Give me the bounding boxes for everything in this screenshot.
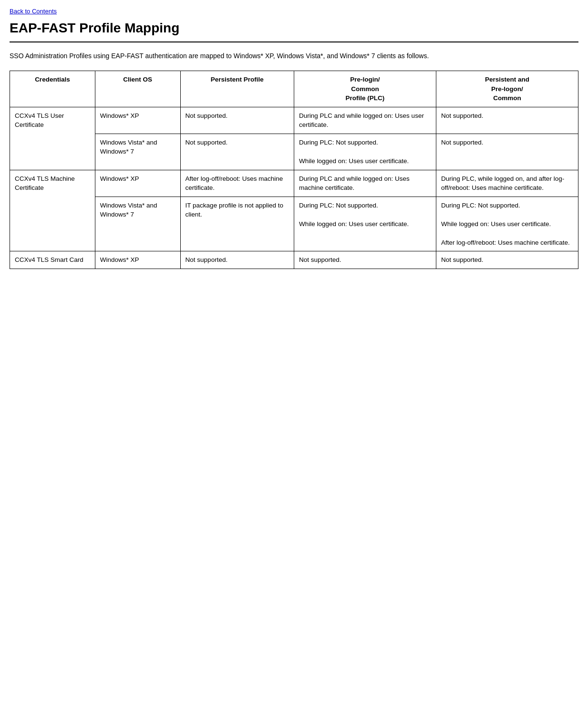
- cell-client-os: Windows* XP: [95, 251, 180, 269]
- cell-persistent-prelogon: Not supported.: [436, 251, 578, 269]
- header-persistent-profile: Persistent Profile: [180, 71, 294, 107]
- table-row: Windows Vista* and Windows* 7IT package …: [10, 197, 578, 251]
- table-row: CCXv4 TLS Smart CardWindows* XPNot suppo…: [10, 251, 578, 269]
- cell-prelogin-plc: Not supported.: [294, 251, 436, 269]
- cell-prelogin-plc: During PLC: Not supported.While logged o…: [294, 197, 436, 251]
- header-client-os: Client OS: [95, 71, 180, 107]
- cell-persistent-profile: IT package profile is not applied to cli…: [180, 197, 294, 251]
- cell-credentials: CCXv4 TLS Smart Card: [10, 251, 95, 269]
- profile-mapping-table: Credentials Client OS Persistent Profile…: [10, 71, 578, 269]
- table-row: CCXv4 TLS Machine CertificateWindows* XP…: [10, 170, 578, 197]
- header-persistent-prelogon: Persistent andPre-logon/Common: [436, 71, 578, 107]
- header-prelogin-plc: Pre-login/CommonProfile (PLC): [294, 71, 436, 107]
- cell-client-os: Windows Vista* and Windows* 7: [95, 134, 180, 170]
- cell-persistent-profile: Not supported.: [180, 107, 294, 134]
- table-header-row: Credentials Client OS Persistent Profile…: [10, 71, 578, 107]
- intro-text: SSO Administration Profiles using EAP-FA…: [10, 51, 578, 61]
- header-credentials: Credentials: [10, 71, 95, 107]
- table-row: Windows Vista* and Windows* 7Not support…: [10, 134, 578, 170]
- cell-persistent-profile: After log-off/reboot: Uses machine certi…: [180, 170, 294, 197]
- cell-prelogin-plc: During PLC and while logged on: Uses mac…: [294, 170, 436, 197]
- cell-credentials: CCXv4 TLS Machine Certificate: [10, 170, 95, 251]
- cell-persistent-prelogon: Not supported.: [436, 134, 578, 170]
- table-row: CCXv4 TLS User CertificateWindows* XPNot…: [10, 107, 578, 134]
- cell-prelogin-plc: During PLC and while logged on: Uses use…: [294, 107, 436, 134]
- cell-client-os: Windows* XP: [95, 107, 180, 134]
- title-divider: [10, 41, 578, 42]
- back-to-contents-link[interactable]: Back to Contents: [10, 8, 578, 15]
- cell-persistent-prelogon: During PLC, while logged on, and after l…: [436, 170, 578, 197]
- cell-persistent-profile: Not supported.: [180, 134, 294, 170]
- cell-persistent-prelogon: During PLC: Not supported.While logged o…: [436, 197, 578, 251]
- page-title: EAP-FAST Profile Mapping: [10, 21, 578, 36]
- cell-client-os: Windows* XP: [95, 170, 180, 197]
- cell-persistent-profile: Not supported.: [180, 251, 294, 269]
- cell-persistent-prelogon: Not supported.: [436, 107, 578, 134]
- cell-client-os: Windows Vista* and Windows* 7: [95, 197, 180, 251]
- cell-credentials: CCXv4 TLS User Certificate: [10, 107, 95, 170]
- cell-prelogin-plc: During PLC: Not supported.While logged o…: [294, 134, 436, 170]
